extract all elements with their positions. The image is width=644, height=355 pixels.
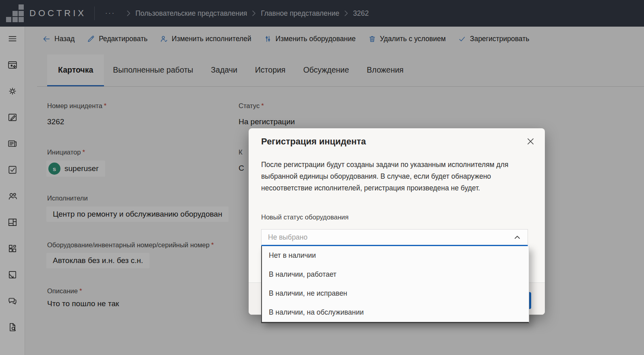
- option-available-in-service[interactable]: В наличии, на обслуживании: [262, 303, 529, 322]
- status-dropdown-list: Нет в наличии В наличии, работает В нали…: [261, 246, 529, 323]
- chevron-up-icon[interactable]: [513, 233, 521, 241]
- option-not-available[interactable]: Нет в наличии: [262, 246, 529, 265]
- equipment-status-select[interactable]: Не выбрано: [261, 229, 528, 246]
- modal-title: Регистрация инцидента: [261, 136, 366, 147]
- close-icon[interactable]: [524, 135, 537, 148]
- app-root: DOCTRIX ··· Пользовательские представлен…: [0, 0, 644, 355]
- option-available-working[interactable]: В наличии, работает: [262, 265, 529, 284]
- new-equipment-status-label: Новый статус оборудования: [261, 213, 349, 221]
- select-placeholder: Не выбрано: [268, 233, 307, 242]
- modal-description: После регистрации будут созданы задачи п…: [261, 159, 525, 194]
- option-available-faulty[interactable]: В наличии, не исправен: [262, 284, 529, 303]
